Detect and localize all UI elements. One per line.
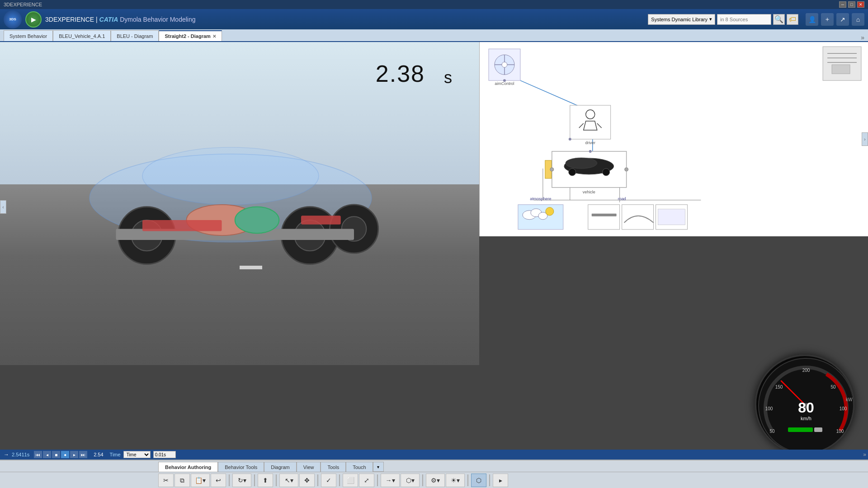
car-3d-view <box>54 117 407 288</box>
tab-behavior-authoring[interactable]: Behavior Authoring <box>158 462 218 472</box>
play-back-button[interactable]: ◂ <box>43 451 51 458</box>
tab-label: Straight2 - Diagram <box>165 33 210 39</box>
tab-diagram[interactable]: Diagram <box>264 462 297 472</box>
time-display: 2.38 <box>376 60 425 87</box>
step-back-button[interactable]: ⏮ <box>34 451 42 458</box>
cursor-button[interactable]: ↖▾ <box>279 474 298 487</box>
svg-text:150: 150 <box>775 385 783 389</box>
tab-label: Tools <box>327 465 339 470</box>
copy-button[interactable]: ⧉ <box>175 474 190 487</box>
svg-point-42 <box>502 62 507 67</box>
svg-text:road: road <box>618 197 626 201</box>
maximize-button[interactable]: □ <box>848 1 855 8</box>
add-button[interactable]: ＋ <box>821 13 834 26</box>
tab-expand-icon[interactable]: » <box>861 34 864 41</box>
diagram-content: aimControl driver <box>480 42 868 236</box>
stop-button[interactable]: ■ <box>52 451 60 458</box>
right-panel-collapse[interactable]: › <box>862 132 868 146</box>
svg-text:100: 100 <box>840 406 847 411</box>
connect-button[interactable]: ⬡▾ <box>401 474 420 487</box>
highlight-button[interactable]: ☀▾ <box>446 474 465 487</box>
main-toolbar: 3DS ▶ 3DEXPERIENCE | CATIA Dymola Behavi… <box>0 9 868 29</box>
home-button[interactable]: ⌂ <box>852 13 864 26</box>
refresh-button[interactable]: ↻▾ <box>232 474 251 487</box>
select-button[interactable]: ⬜ <box>343 474 358 487</box>
tab-bleu-diagram[interactable]: BLEU - Diagram <box>111 30 159 41</box>
svg-text:50: 50 <box>830 385 836 389</box>
search-button[interactable]: 🔍 <box>773 14 785 25</box>
user-icon-button[interactable]: 👤 <box>806 13 818 26</box>
tab-straight2-diagram[interactable]: Straight2 - Diagram ✕ <box>159 30 222 41</box>
check-icon: ✓ <box>326 477 331 484</box>
svg-rect-43 <box>823 47 861 80</box>
separator <box>422 474 423 486</box>
app-title: 3DEXPERIENCE | CATIA Dymola Behavior Mod… <box>45 16 196 23</box>
separator <box>377 474 378 486</box>
select-icon: ⬜ <box>347 477 354 484</box>
active-tool-button[interactable]: ⬡ <box>471 474 486 487</box>
svg-rect-73 <box>658 209 685 225</box>
speedometer-widget: 50 100 150 200 50 100 100 kW 80 km/h <box>755 355 854 454</box>
move-button[interactable]: ✥ <box>299 474 315 487</box>
share-button[interactable]: ↗ <box>836 13 849 26</box>
more-button[interactable]: ▸ <box>493 474 508 487</box>
tab-tools[interactable]: Tools <box>321 462 346 472</box>
play-button[interactable]: ▶ <box>25 11 42 28</box>
upload-button[interactable]: ⬆ <box>258 474 273 487</box>
tab-close-icon[interactable]: ✕ <box>212 34 216 39</box>
play-icon: ▶ <box>31 16 36 23</box>
separator <box>276 474 277 486</box>
close-button[interactable]: ✕ <box>857 1 864 8</box>
more-icon: ▸ <box>499 477 502 484</box>
svg-point-75 <box>569 138 571 141</box>
more-tabs-button[interactable]: ▾ <box>373 462 384 472</box>
dropdown-arrow-icon: ▾ <box>709 16 712 22</box>
active-tool-icon: ⬡ <box>476 477 481 484</box>
search-icon: 🔍 <box>774 15 783 23</box>
bookmark-button[interactable]: 🏷 <box>787 14 798 25</box>
main-content: 2.38 s ‹ 50 100 150 200 <box>0 42 868 488</box>
undo-button[interactable]: ↩ <box>211 474 226 487</box>
step-forward-button[interactable]: ⏭ <box>79 451 87 458</box>
status-arrow-icon: → <box>4 451 9 458</box>
resize-button[interactable]: ⤢ <box>359 474 374 487</box>
svg-text:50: 50 <box>769 429 775 434</box>
3d-viewport[interactable]: 2.38 s ‹ <box>0 42 479 365</box>
tab-bleu-vehicle[interactable]: BLEU_Vehicle_4.A.1 <box>53 30 111 41</box>
tab-label: Behavior Tools <box>225 465 257 470</box>
record-button[interactable]: ● <box>61 451 69 458</box>
search-dropdown[interactable]: Systems Dynamic Library ▾ <box>648 14 715 25</box>
paste-button[interactable]: 📋▾ <box>191 474 210 487</box>
separator <box>229 474 230 486</box>
tab-view[interactable]: View <box>297 462 321 472</box>
settings-button[interactable]: ⚙▾ <box>426 474 445 487</box>
play-forward-button[interactable]: ▸ <box>70 451 78 458</box>
scissors-button[interactable]: ✂ <box>158 474 174 487</box>
svg-text:100: 100 <box>836 429 844 434</box>
titlebar-title: 3DEXPERIENCE <box>4 2 42 7</box>
user-icon: 👤 <box>808 16 816 23</box>
expand-right-icon[interactable]: » <box>863 451 866 458</box>
titlebar-controls: ─ □ ✕ <box>839 1 864 8</box>
tab-touch[interactable]: Touch <box>346 462 373 472</box>
time-step-input[interactable] <box>153 451 176 458</box>
tab-behavior-tools[interactable]: Behavior Tools <box>218 462 264 472</box>
separator <box>317 474 318 486</box>
svg-rect-29 <box>814 427 822 432</box>
copy-icon: ⧉ <box>180 477 184 484</box>
svg-point-74 <box>503 79 506 82</box>
share-icon: ↗ <box>840 16 845 23</box>
tab-system-behavior[interactable]: System Behavior <box>4 30 53 41</box>
svg-rect-28 <box>788 427 813 432</box>
settings-icon: ⚙▾ <box>431 477 440 484</box>
svg-point-76 <box>589 150 592 153</box>
cursor-icon: ↖▾ <box>285 477 293 484</box>
minimize-button[interactable]: ─ <box>839 1 846 8</box>
svg-rect-14 <box>301 216 341 225</box>
search-input[interactable] <box>717 14 771 25</box>
left-panel-collapse[interactable]: ‹ <box>0 200 6 214</box>
svg-rect-69 <box>599 221 609 222</box>
time-mode-select[interactable]: Time <box>123 451 151 458</box>
arrow-button[interactable]: →▾ <box>381 474 400 487</box>
check-button[interactable]: ✓ <box>321 474 336 487</box>
